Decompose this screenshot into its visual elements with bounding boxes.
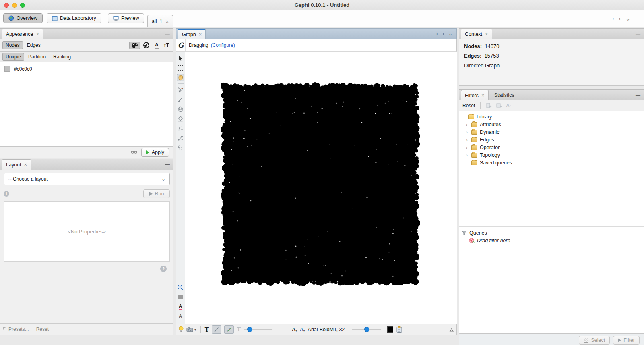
tree-item-topology[interactable]: › Topology xyxy=(459,151,644,159)
filters-close-icon[interactable]: × xyxy=(481,92,485,98)
scroll-left-icon[interactable]: ‹ xyxy=(612,15,614,22)
filters-minimize-icon[interactable]: — xyxy=(636,92,640,98)
font-color-swatch[interactable] xyxy=(387,326,393,333)
tree-item-operator[interactable]: › Operator xyxy=(459,143,644,151)
select-button[interactable]: Select xyxy=(579,336,610,345)
label-scale-slider[interactable] xyxy=(352,329,381,330)
tab-list-dropdown-icon[interactable]: ⌄ xyxy=(625,15,630,22)
configure-link[interactable]: (Configure) xyxy=(211,42,235,48)
layout-close-icon[interactable]: × xyxy=(24,162,27,168)
layout-tab[interactable]: Layout × xyxy=(2,159,31,170)
queries-root[interactable]: Queries xyxy=(459,229,644,237)
presets-button[interactable]: Presets... xyxy=(8,326,29,332)
show-node-labels-button[interactable]: T xyxy=(205,326,209,333)
edge-weight-knob[interactable] xyxy=(247,327,252,332)
drag-filter-drop-target[interactable]: Drag filter here xyxy=(459,237,644,244)
data-laboratory-button[interactable]: Data Laboratory xyxy=(47,13,101,23)
context-minimize-icon[interactable]: — xyxy=(636,31,640,37)
overview-button[interactable]: Overview xyxy=(3,13,43,23)
dragging-tool[interactable] xyxy=(177,74,184,81)
ranking-tab[interactable]: Ranking xyxy=(50,53,74,61)
operator-expand-icon[interactable]: › xyxy=(465,145,469,150)
layout-help-icon[interactable]: ? xyxy=(160,266,167,272)
edge-labels-button-disabled[interactable]: T xyxy=(237,326,241,333)
run-button[interactable]: Run xyxy=(143,189,170,198)
graph-next-icon[interactable]: › xyxy=(442,31,444,37)
edge-weight-slider[interactable] xyxy=(244,329,272,330)
graph-dropdown-icon[interactable]: ⌄ xyxy=(448,31,452,37)
export-table-icon[interactable] xyxy=(496,103,502,108)
label-color-button[interactable]: A xyxy=(153,41,161,50)
statistics-tab[interactable]: Statistics xyxy=(489,90,520,100)
nodes-toggle[interactable]: Nodes xyxy=(2,41,23,49)
screenshot-button[interactable]: ▾ xyxy=(186,327,196,332)
font-decrease-button[interactable]: A▾ xyxy=(292,327,297,333)
graph-close-icon[interactable]: × xyxy=(199,31,202,37)
label-size-button[interactable]: тT xyxy=(162,42,171,49)
font-increase-button[interactable]: A▾ xyxy=(300,327,305,333)
appearance-minimize-icon[interactable]: — xyxy=(165,31,170,37)
workspace-tab-all-1[interactable]: all_1 × xyxy=(147,15,173,27)
workspace-tab-close-icon[interactable]: × xyxy=(165,19,169,25)
layout-info-icon[interactable]: i xyxy=(4,191,9,197)
resize-grip-icon[interactable] xyxy=(3,327,6,330)
appearance-tab[interactable]: Appearance × xyxy=(2,29,43,39)
reset-zoom-tool[interactable] xyxy=(177,284,184,291)
appearance-close-icon[interactable]: × xyxy=(36,31,39,37)
node-color-swatch[interactable] xyxy=(4,66,10,72)
scroll-right-icon[interactable]: › xyxy=(619,15,621,22)
node-mass[interactable] xyxy=(221,82,420,286)
autoapply-icon[interactable]: A◦ xyxy=(506,103,511,108)
shortest-path-tool[interactable] xyxy=(177,125,184,133)
tree-item-library[interactable]: Library xyxy=(459,113,644,121)
painter-tool[interactable] xyxy=(177,96,184,104)
label-scale-knob[interactable] xyxy=(364,327,369,332)
filter-button[interactable]: Filter xyxy=(613,336,640,345)
dynamic-expand-icon[interactable]: › xyxy=(465,130,469,135)
edges-toggle[interactable]: Edges xyxy=(24,41,44,49)
partition-tab[interactable]: Partition xyxy=(25,53,49,61)
tree-item-attributes[interactable]: › Attributes xyxy=(459,121,644,128)
color-palette-button[interactable] xyxy=(129,42,140,49)
show-edges-button[interactable] xyxy=(212,325,221,334)
lightbulb-icon[interactable] xyxy=(179,326,184,333)
heatmap-tool[interactable] xyxy=(177,115,184,123)
filters-tab[interactable]: Filters × xyxy=(461,90,489,100)
rectangle-selection-tool[interactable] xyxy=(177,64,184,72)
layout-reset-button[interactable]: Reset xyxy=(36,326,49,332)
apply-button[interactable]: Apply xyxy=(141,148,169,157)
topology-expand-icon[interactable]: › xyxy=(465,153,469,158)
node-pencil-tool[interactable] xyxy=(177,144,184,152)
graph-tab[interactable]: Graph × xyxy=(178,29,206,39)
edge-color-mode-button[interactable] xyxy=(224,325,234,334)
attributes-clipboard-icon[interactable] xyxy=(396,326,402,333)
attributes-expand-icon[interactable]: › xyxy=(465,122,469,127)
link-chain-icon[interactable] xyxy=(131,150,137,154)
context-tab[interactable]: Context × xyxy=(461,29,492,39)
unique-tab[interactable]: Unique xyxy=(2,53,24,61)
filters-reset-button[interactable]: Reset xyxy=(462,103,475,108)
edge-pencil-tool[interactable] xyxy=(177,135,184,142)
graph-canvas[interactable] xyxy=(185,52,457,324)
tree-item-dynamic[interactable]: › Dynamic xyxy=(459,128,644,136)
label-color-strip-button[interactable]: A xyxy=(177,303,184,311)
tree-item-saved-queries[interactable]: Saved queries xyxy=(459,159,644,166)
edge-rainbow-icon xyxy=(226,326,232,333)
graph-prev-icon[interactable]: ‹ xyxy=(436,31,438,37)
tree-item-edges[interactable]: › Edges xyxy=(459,136,644,143)
export-column-icon[interactable] xyxy=(486,103,492,108)
layout-minimize-icon[interactable]: — xyxy=(165,162,170,167)
edit-tool[interactable]: ? xyxy=(177,86,184,94)
preview-button[interactable]: Preview xyxy=(108,13,144,23)
edge-line-icon xyxy=(214,326,220,333)
edges-expand-icon[interactable]: › xyxy=(465,137,469,142)
font-value[interactable]: Arial-BoldMT, 32 xyxy=(308,327,345,333)
context-close-icon[interactable]: × xyxy=(485,31,488,37)
direct-selection-tool[interactable] xyxy=(177,54,184,62)
expand-toolbar-icon[interactable] xyxy=(449,328,454,332)
sizer-tool[interactable] xyxy=(177,106,184,113)
background-color-tool[interactable] xyxy=(177,293,184,301)
size-button[interactable] xyxy=(141,41,152,49)
layout-chooser-select[interactable]: ---Choose a layout ⌄ xyxy=(4,173,170,185)
label-size-strip-button[interactable]: A xyxy=(177,313,184,320)
